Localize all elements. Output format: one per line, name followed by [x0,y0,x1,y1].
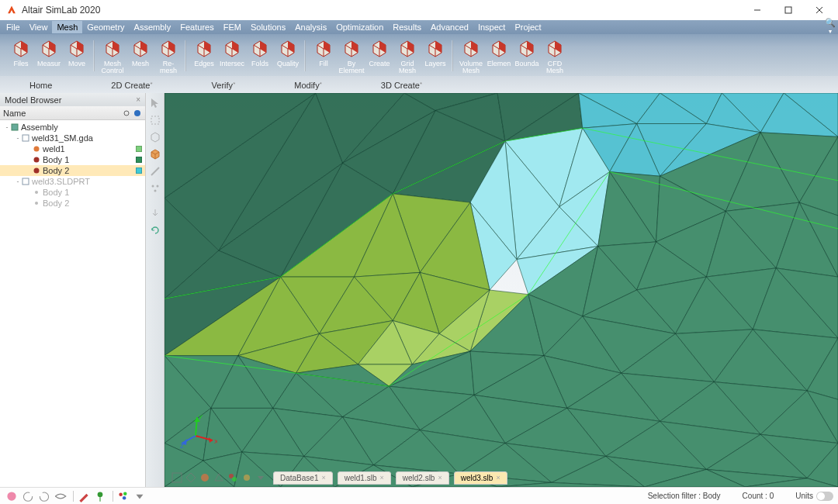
vp-shade-icon[interactable] [199,471,211,484]
sb-home-icon[interactable] [5,489,19,503]
ribbon-intersections[interactable]: Intersec [219,37,245,74]
header-name: Name [3,109,120,118]
ribbon-files[interactable]: Files [8,37,34,74]
menu-project[interactable]: Project [510,21,545,33]
subtab-home[interactable]: Home [0,78,81,93]
ribbon-layers[interactable]: Layers [422,37,448,74]
subtab-3d-create[interactable]: 3D Create* [351,78,452,93]
ribbon-fill[interactable]: Fill [310,37,337,74]
subtab-2d-create[interactable]: 2D Create* [81,78,182,93]
svg-point-10 [34,168,40,174]
ribbon-re-mesh[interactable]: Re-mesh [155,37,182,74]
select-box-icon[interactable] [148,113,162,127]
select-node-icon[interactable] [148,181,162,195]
menu-geometry[interactable]: Geometry [82,21,129,33]
vp-persp-icon[interactable] [213,471,225,484]
vp-dropdown-icon[interactable] [255,471,267,484]
menu-view[interactable]: View [25,21,53,33]
viewport-3d[interactable]: .e{stroke:#0a3a2a;stroke-width:.5;fill-o… [164,93,838,487]
vptab-database1[interactable]: DataBase1× [273,471,333,485]
vp-light-icon[interactable] [241,471,253,484]
refresh-icon[interactable] [148,223,162,237]
sb-dropdown-icon[interactable] [133,489,147,503]
sb-hide-icon[interactable] [54,489,68,503]
svg-point-12 [35,191,38,194]
ribbon-folds[interactable]: Folds [247,37,273,74]
header-color-icon[interactable] [133,109,142,118]
select-body-icon[interactable] [148,147,162,161]
tree-item-weld1[interactable]: weld1 [0,143,145,154]
units-toggle[interactable] [816,492,833,501]
menu-analysis[interactable]: Analysis [290,21,331,33]
svg-point-18 [154,190,156,192]
menu-assembly[interactable]: Assembly [130,21,176,33]
vptab-weld1-slb[interactable]: weld1.slb× [338,471,391,485]
menu-advanced[interactable]: Advanced [426,21,473,33]
vp-color-icon[interactable] [227,471,239,484]
menu-inspect[interactable]: Inspect [473,21,510,33]
ribbon-measure[interactable]: Measur [36,37,62,74]
tree-item-weld3-sldprt[interactable]: -weld3.SLDPRT [0,176,145,187]
sb-palette-icon[interactable] [116,489,130,503]
panel-close-icon[interactable]: × [136,95,140,104]
svg-text:Z: Z [180,443,184,450]
ribbon-element-boundary[interactable]: Elemen [486,37,512,74]
status-bar: Selection filter : Body Count : 0 Units [0,487,838,504]
svg-rect-6 [12,124,18,130]
subtab-verify[interactable]: Verify* [182,78,265,93]
svg-rect-11 [23,178,29,185]
ribbon-volume-mesh[interactable]: VolumeMesh [458,37,484,74]
tree-item-weld31-sm-gda[interactable]: -weld31_SM.gda [0,133,145,143]
menu-features[interactable]: Features [175,21,218,33]
select-edge-icon[interactable] [148,164,162,178]
svg-point-13 [35,202,38,205]
svg-point-4 [124,111,129,116]
sb-redo-icon[interactable] [37,489,51,503]
menu-file[interactable]: File [2,21,25,33]
ribbon-by-element[interactable]: ByElement [338,37,365,74]
ribbon-mesh-control[interactable]: MeshControl [99,37,126,74]
vp-wire-icon[interactable] [185,471,197,484]
ribbon-create[interactable]: Create [366,37,393,74]
minimize-button[interactable] [742,0,773,20]
menu-mesh[interactable]: Mesh [52,21,82,33]
sb-pin-icon[interactable] [93,489,107,503]
sb-undo-icon[interactable] [21,489,35,503]
vptab-weld3-slb[interactable]: weld3.slb× [454,471,507,485]
ribbon-cfd-mesh[interactable]: CFDMesh [542,37,568,74]
tree-item-assembly[interactable]: -Assembly [0,122,145,133]
tree-item-body-1[interactable]: Body 1 [0,187,145,198]
tree-item-body-1[interactable]: Body 1 [0,154,145,165]
ribbon-grid-mesh[interactable]: GridMesh [394,37,421,74]
ribbon-boundary[interactable]: Bounda [514,37,540,74]
svg-point-8 [34,147,40,152]
header-visibility-icon[interactable] [122,109,131,118]
svg-point-174 [201,474,209,482]
menu-results[interactable]: Results [388,21,426,33]
menu-solutions[interactable]: Solutions [246,21,290,33]
select-arrow-icon[interactable] [148,96,162,110]
ribbon-edges[interactable]: Edges [191,37,217,74]
vptab-weld2-slb[interactable]: weld2.slb× [396,471,449,485]
menu-fem[interactable]: FEM [219,21,246,33]
svg-rect-7 [23,135,29,141]
arrow-down-icon[interactable] [148,206,162,220]
vertical-toolbar [146,93,164,487]
ribbon-mesh[interactable]: Mesh [127,37,154,74]
svg-line-15 [151,167,159,175]
panel-title: Model Browser × [0,93,145,106]
ribbon-move[interactable]: Move [64,37,90,74]
sb-pencil-icon[interactable] [77,489,91,503]
vp-fit-icon[interactable] [171,471,183,484]
model-browser-panel: Model Browser × Name -Assembly-weld31_SM… [0,93,146,487]
subtab-modify[interactable]: Modify* [265,78,351,93]
svg-point-177 [244,475,250,481]
units-label: Units [795,492,813,500]
menu-optimization[interactable]: Optimization [331,21,388,33]
ribbon-quality[interactable]: Quality [275,37,301,74]
tree-item-body-2[interactable]: Body 2 [0,198,145,209]
svg-point-9 [34,157,40,163]
maximize-button[interactable] [773,0,804,20]
tree-item-body-2[interactable]: Body 2 [0,165,145,176]
select-face-icon[interactable] [148,130,162,144]
